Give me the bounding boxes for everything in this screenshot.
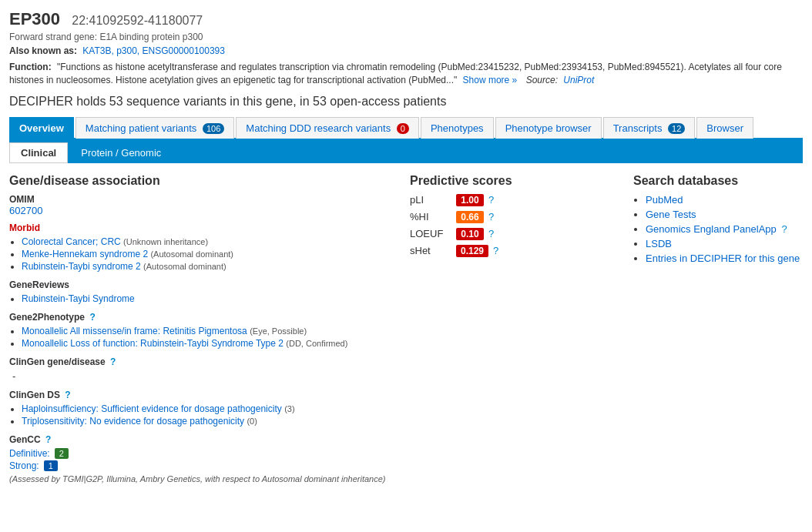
gencc-assessed-text: (Assessed by TGMI|G2P, Illumina, Ambry G… [9,474,394,483]
list-item: Monoallelic Loss of function: Rubinstein… [22,338,394,349]
g2p-list: Monoallelic All missense/in frame: Retin… [22,326,394,349]
main-tabs: Overview Matching patient variants 106 M… [9,116,803,139]
list-item: Entries in DECIPHER for this gene [646,253,803,264]
clingen-ds-link-1[interactable]: Haploinsufficiency: Sufficient evidence … [22,403,282,414]
score-value-shet: 0.129 [456,245,488,257]
score-row-loeuf: LOEUF 0.10 ? [410,228,618,240]
uniprot-link[interactable]: UniProt [563,75,594,85]
disease-link-1[interactable]: Colorectal Cancer; CRC [22,236,121,247]
inheritance-1: (Unknown inheritance) [123,237,208,246]
sub-tab-protein-genomic-label: Protein / Genomic [81,147,161,159]
list-item: Gene Tests [646,209,803,220]
gene-header: EP300 22:41092592-41180077 Forward stran… [9,6,803,87]
score-value-loeuf: 0.10 [456,228,484,240]
clingen-ds-help-icon[interactable]: ? [65,390,70,400]
score-value-pli: 1.00 [456,194,484,206]
gene-tests-link[interactable]: Gene Tests [646,209,696,220]
also-known-line: Also known as: KAT3B, p300, ENSG00000100… [9,45,803,56]
clingen-value: - [12,370,394,382]
tab-transcripts[interactable]: Transcripts 12 [603,117,696,139]
tab-phenotype-browser[interactable]: Phenotype browser [495,117,602,139]
tab-matching-patient[interactable]: Matching patient variants 106 [75,117,235,139]
gene-reviews-link[interactable]: Rubinstein-Taybi Syndrome [22,293,135,304]
tab-matching-ddd[interactable]: Matching DDD research variants 0 [236,117,419,139]
tab-matching-patient-label: Matching patient variants [86,122,197,134]
gene2phenotype-label-text: Gene2Phenotype [9,312,85,323]
tab-matching-ddd-badge: 0 [397,123,409,134]
disease-list: Colorectal Cancer; CRC (Unknown inherita… [22,236,394,272]
score-label-pli: pLI [410,194,456,206]
tab-overview-label: Overview [19,122,64,134]
also-known-values: KAT3B, p300, ENSG00000100393 [82,45,225,56]
tab-overview[interactable]: Overview [9,117,74,139]
morbid-label: Morbid [9,223,394,233]
list-item: Haploinsufficiency: Sufficient evidence … [22,403,394,414]
score-help-hi[interactable]: ? [488,211,494,223]
omim-link[interactable]: 602700 [9,205,42,216]
predictive-scores-title: Predictive scores [410,174,618,188]
disease-link-3[interactable]: Rubinstein-Taybi syndrome 2 [22,261,141,272]
gencc-strong-badge: 1 [44,460,58,471]
db-links-list: PubMed Gene Tests Genomics England Panel… [646,194,803,264]
score-label-shet: sHet [410,245,456,256]
score-label-loeuf: LOEUF [410,228,456,239]
also-known-label: Also known as: [9,45,77,56]
function-text: "Functions as histone acetyltransferase … [9,62,782,85]
score-row-pli: pLI 1.00 ? [410,194,618,206]
tab-transcripts-label: Transcripts [613,122,663,134]
tab-phenotype-browser-label: Phenotype browser [505,122,592,134]
source-label: Source: [526,75,558,85]
tab-browser[interactable]: Browser [696,117,753,139]
g2p-link-2[interactable]: Monoallelic Loss of function: Rubinstein… [22,338,284,349]
gene2phenotype-help-icon[interactable]: ? [89,312,95,323]
list-item: Genomics England PanelApp ? [646,223,803,235]
gencc-strong-label: Strong: [9,460,39,471]
score-help-loeuf[interactable]: ? [488,228,494,239]
score-row-shet: sHet 0.129 ? [410,245,618,257]
sub-tab-protein-genomic[interactable]: Protein / Genomic [69,142,173,163]
tab-matching-ddd-label: Matching DDD research variants [246,122,391,134]
score-row-hi: %HI 0.66 ? [410,211,618,223]
sub-tab-bar-inner: Clinical Protein / Genomic [9,139,803,163]
gencc-label: GenCC ? [9,434,394,445]
gencc-strong-row: Strong: 1 [9,460,394,471]
list-item: LSDB [646,238,803,249]
genomics-england-link[interactable]: Genomics England PanelApp [646,223,777,235]
score-help-pli[interactable]: ? [488,194,494,206]
search-databases-section: Search databases PubMed Gene Tests Genom… [633,174,803,483]
clingen-help-icon[interactable]: ? [110,356,116,367]
tab-browser-label: Browser [706,122,743,134]
pubmed-link[interactable]: PubMed [646,194,683,206]
inheritance-3: (Autosomal dominant) [143,262,226,271]
function-label: Function: [9,62,52,72]
clingen-ds-label: ClinGen DS ? [9,390,394,400]
gene-coords: 22:41092592-41180077 [72,14,203,27]
disease-link-2[interactable]: Menke-Hennekam syndrome 2 [22,249,148,259]
score-value-hi: 0.66 [456,211,484,223]
gene-reviews-list: Rubinstein-Taybi Syndrome [22,293,394,304]
show-more-link[interactable]: Show more » [463,75,518,85]
clingen-ds-count-2: (0) [247,417,257,426]
gencc-help-icon[interactable]: ? [45,434,51,445]
clingen-label-text: ClinGen gene/disease [9,356,106,367]
g2p-link-1[interactable]: Monoallelic All missense/in frame: Retin… [22,326,247,336]
sub-tab-clinical[interactable]: Clinical [9,142,68,163]
list-item: Monoallelic All missense/in frame: Retin… [22,326,394,336]
genomics-england-help-icon[interactable]: ? [781,223,787,235]
gencc-definitive-row: Definitive: 2 [9,448,394,459]
predictive-scores-section: Predictive scores pLI 1.00 ? %HI 0.66 ? … [410,174,618,483]
list-item: PubMed [646,194,803,206]
list-item: Rubinstein-Taybi Syndrome [22,293,394,304]
omim-label: OMIM [9,194,394,205]
search-databases-title: Search databases [633,174,803,188]
clingen-ds-label-text: ClinGen DS [9,390,60,400]
clingen-ds-link-2[interactable]: Triplosensitivity: No evidence for dosag… [22,416,244,427]
decipher-summary: DECIPHER holds 53 sequence variants in t… [9,95,803,109]
lsdb-link[interactable]: LSDB [646,238,672,249]
tab-phenotypes[interactable]: Phenotypes [421,117,494,139]
gencc-definitive-badge: 2 [55,448,69,459]
score-help-shet[interactable]: ? [493,245,498,256]
list-item: Rubinstein-Taybi syndrome 2 (Autosomal d… [22,261,394,272]
decipher-entries-link[interactable]: Entries in DECIPHER for this gene [646,253,800,264]
gencc-definitive-label: Definitive: [9,448,50,459]
